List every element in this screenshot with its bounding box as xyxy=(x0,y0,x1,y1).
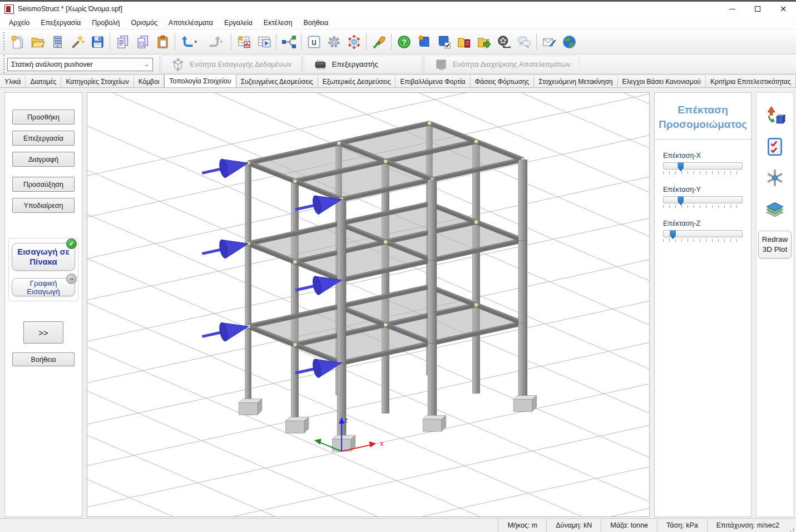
tab-constraints[interactable]: Συζευγμένες Δεσμεύσεις xyxy=(236,76,318,87)
layers-button[interactable] xyxy=(762,196,788,222)
analysis-toolbar-grip[interactable] xyxy=(2,55,5,74)
tab-materials[interactable]: Υλικά xyxy=(0,76,26,87)
tab-code-checks[interactable]: Ελεγχοι Βάσει Κανονισμού xyxy=(618,76,706,87)
menu-run[interactable]: Εκτέλεση xyxy=(258,17,298,28)
expansion-z-slider-thumb[interactable] xyxy=(670,230,676,239)
model-inspector-icon xyxy=(347,34,362,49)
units-button[interactable]: u xyxy=(304,31,324,52)
feedback-chat-icon xyxy=(517,34,532,49)
expansion-z-slider[interactable] xyxy=(663,230,743,237)
tab-loading-phases[interactable]: Φάσεις Φόρτωσης xyxy=(471,76,535,87)
3d-model-canvas[interactable]: xz xyxy=(87,93,649,516)
run-analysis-button[interactable] xyxy=(254,31,274,52)
video-tutorials-icon xyxy=(497,34,512,49)
svg-text:x: x xyxy=(380,439,384,448)
copy-page-button[interactable] xyxy=(132,31,152,52)
display-options-button[interactable] xyxy=(762,103,788,128)
display-options-icon xyxy=(764,105,785,126)
resize-grip[interactable] xyxy=(788,519,796,532)
email-support-icon xyxy=(542,34,557,49)
settings-gear-icon xyxy=(327,34,342,49)
processor-module-button[interactable]: Επεξεργαστής xyxy=(304,56,422,73)
expansion-x-slider[interactable] xyxy=(663,162,743,170)
building-modeller-button[interactable] xyxy=(47,31,67,52)
tab-element-connectivity[interactable]: Τοπολογία Στοιχείου xyxy=(164,74,236,87)
expansion-x-label: Επέκταση-X xyxy=(663,152,743,160)
window-title: SeismoStruct * [Χωρίς Όνομα.spf] xyxy=(18,5,122,13)
copy-report-button[interactable] xyxy=(112,31,132,52)
redraw-3d-plot-button[interactable]: Redraw 3D Plot xyxy=(758,231,792,258)
save-button[interactable] xyxy=(87,31,107,52)
connectivity-button[interactable] xyxy=(279,31,299,52)
checklist-button[interactable] xyxy=(762,134,788,160)
new-project-button[interactable] xyxy=(7,31,27,52)
menu-bar: Αρχείο Επεξεργασία Προβολή Ορισμός Αποτε… xyxy=(0,16,796,29)
increment-button[interactable]: Προσαύξηση xyxy=(12,177,75,192)
redo-dropdown-caret: ▾ xyxy=(220,39,226,44)
wizard-button[interactable] xyxy=(67,31,87,52)
verify-book-button[interactable] xyxy=(434,31,454,52)
axes-3d-button[interactable] xyxy=(762,165,788,191)
close-button[interactable]: ✕ xyxy=(770,2,796,16)
tab-nodes[interactable]: Κόμβοι xyxy=(134,76,165,87)
tab-target-displacement[interactable]: Στοχευόμενη Μετακίνηση xyxy=(534,76,617,87)
video-tutorials-button[interactable] xyxy=(494,31,514,52)
undo-dropdown-caret[interactable]: ▾ xyxy=(195,39,200,44)
maximize-button[interactable] xyxy=(745,2,770,16)
processor-label: Επεξεργαστής xyxy=(332,60,378,68)
edit-button[interactable]: Επεξεργασία xyxy=(12,131,75,146)
email-support-button[interactable] xyxy=(539,31,559,52)
undo-button[interactable]: ▾ xyxy=(177,31,203,52)
input-table-button[interactable] xyxy=(234,31,254,52)
menu-view[interactable]: Προβολή xyxy=(86,17,125,28)
format-brush-button[interactable] xyxy=(369,31,389,52)
manual-book-button[interactable] xyxy=(414,31,434,52)
menu-define[interactable]: Ορισμός xyxy=(126,17,164,28)
delete-button[interactable]: Διαγραφή xyxy=(12,152,75,167)
tab-sections[interactable]: Διατομές xyxy=(26,76,61,87)
module-tab-bar: Υλικά Διατομές Κατηγορίες Στοιχείων Κόμβ… xyxy=(0,74,796,88)
add-button[interactable]: Προσθήκη xyxy=(12,110,75,125)
report-folder-button[interactable] xyxy=(454,31,474,52)
table-input-button[interactable]: Εισαγωγή σε Πίνακα ✓ xyxy=(12,243,75,271)
help-button[interactable]: ? xyxy=(394,31,414,52)
menu-results[interactable]: Αποτελέσματα xyxy=(163,17,219,28)
model-3d-viewport[interactable]: xz xyxy=(87,92,650,517)
verify-book-icon xyxy=(437,34,452,49)
minimize-button[interactable] xyxy=(719,2,745,16)
export-folder-button[interactable] xyxy=(474,31,494,52)
undo-icon xyxy=(181,34,196,49)
redo-button: ▾ xyxy=(203,31,229,52)
new-project-icon xyxy=(10,34,25,49)
menu-help[interactable]: Βοήθεια xyxy=(298,17,334,28)
analysis-type-combo[interactable]: Στατική ανάλυση pushover ⌄ xyxy=(7,58,153,71)
tab-performance-criteria[interactable]: Κριτήρια Επιτελεστικότητας xyxy=(706,76,796,87)
expansion-z-ticks xyxy=(663,239,743,242)
status-bar: Μήκος: m Δύναμη: kN Μάζα: tonne Τάση: kP… xyxy=(0,518,796,532)
graphic-input-button[interactable]: Γραφική Εισαγωγή ▪▪ xyxy=(12,278,75,296)
sidebar-help-button[interactable]: Βοήθεια xyxy=(12,352,75,366)
tab-applied-loads[interactable]: Επιβαλλόμενα Φορτία xyxy=(395,76,470,87)
tab-element-classes[interactable]: Κατηγορίες Στοιχείων xyxy=(61,76,134,87)
open-project-button[interactable] xyxy=(27,31,47,52)
expansion-y-label: Επέκταση-Y xyxy=(663,186,743,193)
menu-file[interactable]: Αρχείο xyxy=(3,17,35,28)
toolbar-grip[interactable] xyxy=(2,32,5,51)
expansion-y-slider-thumb[interactable] xyxy=(678,196,684,205)
save-icon xyxy=(90,34,105,49)
subdivide-button[interactable]: Υποδιαίρεση xyxy=(12,198,75,213)
menu-edit[interactable]: Επεξεργασία xyxy=(35,17,86,28)
menu-tools[interactable]: Εργαλεία xyxy=(219,17,258,28)
model-inspector-button[interactable] xyxy=(344,31,364,52)
processor-chip-icon xyxy=(313,57,328,72)
settings-button[interactable] xyxy=(324,31,344,52)
expand-panel-button[interactable]: >> xyxy=(23,321,63,344)
expansion-y-slider[interactable] xyxy=(663,196,743,203)
expansion-x-slider-thumb[interactable] xyxy=(678,162,684,171)
paste-button[interactable] xyxy=(152,31,172,52)
website-globe-button[interactable] xyxy=(559,31,579,52)
tab-restraints[interactable]: Εξωτερικές Δεσμεύσεις xyxy=(318,76,396,87)
feedback-chat-button[interactable] xyxy=(514,31,534,52)
view-tools-strip: Redraw 3D Plot xyxy=(756,92,794,517)
status-length-units: Μήκος: m xyxy=(498,519,546,532)
